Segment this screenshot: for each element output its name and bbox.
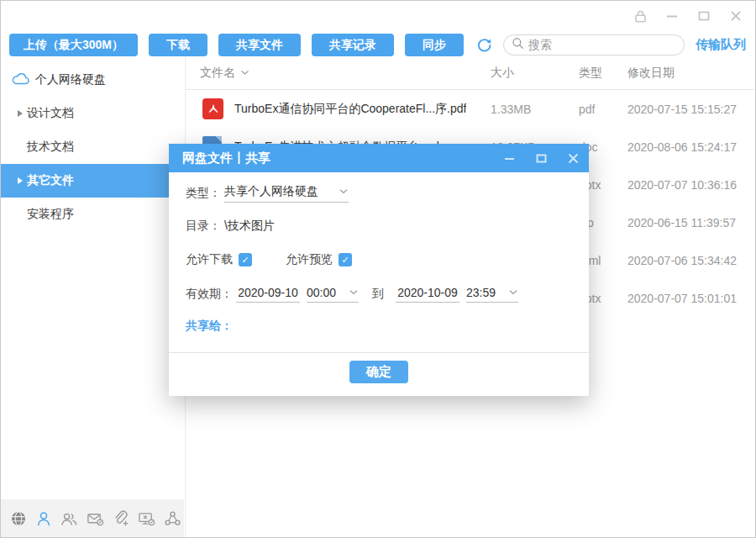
file-type: pdf <box>579 103 627 116</box>
lock-icon[interactable] <box>633 8 648 24</box>
type-label: 类型： <box>186 186 221 201</box>
share-dialog: 网盘文件丨共享 类型： 共享个人网络硬盘 目录： \技术 <box>169 144 589 396</box>
table-header: 文件名 大小 类型 修改日期 <box>186 56 755 90</box>
user-icon[interactable] <box>35 509 52 527</box>
sidebar-item-label: 技术文档 <box>27 140 74 155</box>
directory-value: \技术图片 <box>224 219 275 234</box>
maximize-button[interactable] <box>696 8 711 24</box>
validity-label: 有效期： <box>186 287 233 302</box>
sidebar-item-other-files[interactable]: 其它文件 <box>1 164 185 198</box>
sidebar: 个人网络硬盘 设计文档 技术文档 其它文件 安装程序 <box>1 56 186 537</box>
chevron-down-icon <box>339 188 349 195</box>
file-modified: 2020-07-15 15:15:27 <box>627 103 755 116</box>
share-record-button[interactable]: 共享记录 <box>312 34 394 56</box>
search-input[interactable] <box>528 38 680 51</box>
end-date-field[interactable]: 2020-10-09 <box>396 286 459 303</box>
table-row[interactable]: TurboEx通信协同平台的CooperateFl...序.pdf 1.33MB… <box>186 90 755 128</box>
close-button[interactable] <box>728 8 743 24</box>
transfer-queue-link[interactable]: 传输队列 <box>696 37 746 53</box>
allow-preview-checkbox[interactable]: ✓ <box>339 253 352 266</box>
share-type-select[interactable]: 共享个人网络硬盘 <box>224 184 349 203</box>
column-header-name[interactable]: 文件名 <box>200 66 235 81</box>
file-modified: 2020-06-15 11:39:57 <box>627 216 755 229</box>
end-time-value: 23:59 <box>466 286 496 299</box>
start-time-value: 00:00 <box>307 286 336 299</box>
share-file-button[interactable]: 共享文件 <box>218 34 301 56</box>
search-box <box>503 34 685 55</box>
expand-arrow-icon <box>18 110 23 117</box>
expand-arrow-icon <box>18 177 23 184</box>
cloud-drive-icon <box>11 71 31 90</box>
end-time-select[interactable]: 23:59 <box>466 286 518 303</box>
column-header-modified[interactable]: 修改日期 <box>627 66 755 81</box>
start-date-field[interactable]: 2020-09-10 <box>236 286 300 303</box>
sidebar-root-label: 个人网络硬盘 <box>35 72 106 87</box>
window-titlebar <box>1 1 755 31</box>
ok-button[interactable]: 确定 <box>349 361 408 383</box>
allow-preview-label: 允许预览 <box>286 252 333 267</box>
screen-edit-icon[interactable] <box>138 509 155 527</box>
column-header-size[interactable]: 大小 <box>491 66 579 81</box>
user-group-icon[interactable] <box>60 509 78 527</box>
dialog-minimize-button[interactable] <box>503 152 515 164</box>
sidebar-item-design-docs[interactable]: 设计文档 <box>1 97 185 130</box>
to-label: 到 <box>372 287 384 302</box>
share-type-value: 共享个人网络硬盘 <box>224 184 318 199</box>
file-modified: 2020-08-06 15:24:17 <box>627 140 755 154</box>
download-button[interactable]: 下载 <box>149 34 207 56</box>
app-window: 上传（最大300M） 下载 共享文件 共享记录 同步 传输队列 个人网络硬盘 <box>0 0 756 538</box>
mail-compose-icon[interactable] <box>87 509 104 527</box>
sort-chevron-icon[interactable] <box>240 70 249 76</box>
file-modified: 2020-07-07 10:36:16 <box>627 178 755 192</box>
search-icon <box>512 37 524 53</box>
dialog-title: 网盘文件丨共享 <box>182 150 270 166</box>
sidebar-item-tech-docs[interactable]: 技术文档 <box>1 130 185 164</box>
globe-icon[interactable] <box>10 509 27 527</box>
share-to-link[interactable]: 共享给： <box>186 319 233 334</box>
sidebar-item-label: 其它文件 <box>27 173 74 188</box>
directory-label: 目录： <box>186 219 221 234</box>
minimize-button[interactable] <box>664 8 680 24</box>
sidebar-item-installers[interactable]: 安装程序 <box>1 198 185 231</box>
sync-button[interactable]: 同步 <box>405 34 464 56</box>
file-name: TurboEx通信协同平台的CooperateFl...序.pdf <box>234 102 466 117</box>
sidebar-footer <box>1 499 184 537</box>
allow-download-checkbox[interactable]: ✓ <box>239 253 252 266</box>
attachment-add-icon[interactable] <box>113 509 129 527</box>
sidebar-item-label: 设计文档 <box>27 106 74 121</box>
column-header-type[interactable]: 类型 <box>579 66 627 81</box>
dialog-maximize-button[interactable] <box>535 152 547 164</box>
file-size: 1.33MB <box>491 103 579 116</box>
file-modified: 2020-07-07 15:01:01 <box>627 292 755 305</box>
allow-download-label: 允许下载 <box>186 252 233 267</box>
sidebar-root-personal-drive[interactable]: 个人网络硬盘 <box>1 63 185 97</box>
chevron-down-icon <box>349 289 359 296</box>
start-time-select[interactable]: 00:00 <box>307 286 359 303</box>
dialog-close-button[interactable] <box>567 152 579 164</box>
file-modified: 2020-07-06 15:34:42 <box>627 254 755 267</box>
sidebar-item-label: 安装程序 <box>27 207 74 222</box>
upload-button[interactable]: 上传（最大300M） <box>9 34 138 56</box>
refresh-icon[interactable] <box>476 37 492 53</box>
pdf-file-icon <box>202 98 223 119</box>
chevron-down-icon <box>508 289 518 296</box>
toolbar: 上传（最大300M） 下载 共享文件 共享记录 同步 传输队列 <box>1 33 755 56</box>
dialog-titlebar[interactable]: 网盘文件丨共享 <box>169 144 589 172</box>
share-network-icon[interactable] <box>164 509 181 527</box>
dialog-divider <box>169 352 589 353</box>
